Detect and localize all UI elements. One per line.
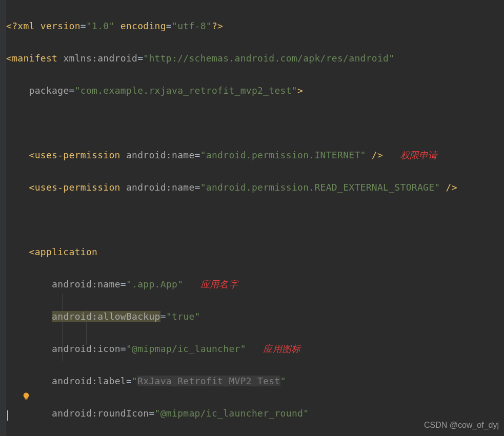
lightbulb-icon[interactable]	[22, 391, 31, 402]
code-line: android:icon="@mipmap/ic_launcher" 应用图标	[6, 341, 457, 357]
code-line: package="com.example.rxjava_retrofit_mvp…	[6, 82, 457, 99]
svg-rect-0	[25, 399, 28, 400]
annotation-app-name: 应用名字	[200, 279, 238, 289]
code-line: <uses-permission android:name="android.p…	[6, 179, 457, 196]
code-line: <uses-permission android:name="android.p…	[6, 147, 457, 163]
code-line: <?xml version="1.0" encoding="utf-8"?>	[6, 18, 457, 34]
code-line: android:name=".app.App" 应用名字	[6, 276, 457, 293]
code-line: android:allowBackup="true"	[6, 308, 457, 325]
code-line: <application	[6, 244, 457, 260]
code-editor[interactable]: <?xml version="1.0" encoding="utf-8"?> <…	[6, 2, 457, 436]
code-line: android:label="RxJava_Retrofit_MVP2_Test…	[6, 373, 457, 389]
watermark-text: CSDN @cow_of_dyj	[424, 417, 499, 433]
code-line: <manifest xmlns:android="http://schemas.…	[6, 50, 457, 67]
annotation-permission: 权限申请	[400, 150, 438, 160]
code-line: android:roundIcon="@mipmap/ic_launcher_r…	[6, 405, 457, 422]
annotation-app-icon: 应用图标	[263, 343, 300, 354]
editor-gutter	[0, 0, 6, 436]
text-caret	[7, 410, 8, 421]
